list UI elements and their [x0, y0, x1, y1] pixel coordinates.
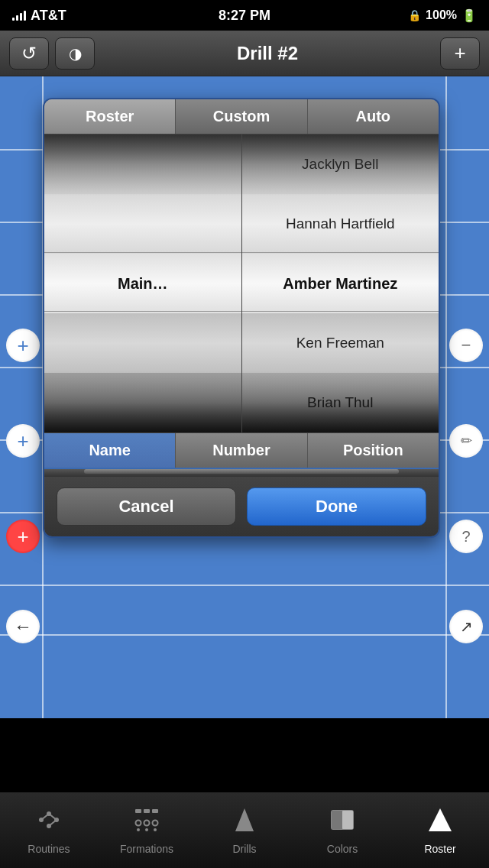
list-item[interactable]: Jacklyn Bell	[242, 134, 439, 194]
lock-icon: 🔒	[408, 9, 421, 21]
cancel-button[interactable]: Cancel	[57, 487, 236, 526]
scroll-thumb	[84, 469, 400, 474]
tab-name[interactable]: Name	[44, 433, 176, 468]
list-item-selected[interactable]: Main…	[44, 254, 241, 313]
svg-rect-18	[332, 811, 342, 829]
add-button[interactable]: +	[440, 37, 480, 70]
tab-routines-label: Routines	[28, 843, 70, 855]
plus-circle-icon: +	[17, 334, 28, 358]
arrow-left-icon: ←	[14, 616, 32, 637]
battery-label: 100%	[426, 8, 457, 22]
svg-line-5	[49, 814, 57, 820]
scroll-indicator	[44, 469, 439, 477]
plus-circle-icon-2: +	[17, 429, 28, 453]
tab-formations[interactable]: Formations	[98, 792, 196, 868]
edit-button[interactable]: ✏	[449, 424, 483, 458]
done-button[interactable]: Done	[247, 487, 426, 526]
plus-red-icon: +	[17, 525, 28, 549]
modal-actions: Cancel Done	[44, 477, 439, 536]
refresh-button[interactable]: ↺	[9, 37, 49, 70]
page-title: Drill #2	[237, 43, 298, 64]
picker-left-items: Main…	[44, 134, 241, 432]
tab-formations-label: Formations	[120, 843, 173, 855]
add-middle-button[interactable]: +	[6, 424, 40, 458]
svg-line-4	[41, 814, 49, 820]
list-item[interactable]: Hannah Hartfield	[242, 194, 439, 254]
add-bottom-button[interactable]: +	[6, 520, 40, 553]
back-button[interactable]: ←	[6, 610, 40, 643]
tab-roster-label: Roster	[424, 843, 455, 855]
roster-icon	[426, 806, 454, 840]
tab-custom[interactable]: Custom	[176, 99, 307, 134]
drills-icon	[231, 806, 258, 840]
battery-icon: 🔋	[461, 8, 477, 23]
svg-marker-20	[429, 808, 452, 831]
list-item[interactable]	[44, 373, 241, 432]
svg-rect-8	[144, 809, 150, 813]
svg-line-6	[49, 820, 57, 826]
player-picker-modal: Roster Custom Auto Main…	[43, 98, 440, 538]
question-icon: ?	[461, 528, 470, 546]
tab-drills-label: Drills	[232, 843, 256, 855]
tab-number[interactable]: Number	[176, 433, 307, 468]
tab-colors[interactable]: Colors	[293, 792, 391, 868]
colors-icon	[329, 806, 356, 840]
svg-point-13	[137, 828, 140, 831]
tab-drills[interactable]: Drills	[196, 792, 293, 868]
help-button[interactable]: ?	[449, 520, 483, 553]
picker-right-column[interactable]: Jacklyn Bell Hannah Hartfield Amber Mart…	[242, 134, 439, 432]
modal-bottom-tab-bar: Name Number Position	[44, 432, 439, 468]
routines-icon	[35, 806, 63, 840]
svg-point-12	[153, 820, 158, 825]
list-item-selected[interactable]: Amber Martinez	[242, 254, 439, 313]
refresh-icon: ↺	[21, 43, 37, 64]
share-icon: ↗	[460, 617, 473, 636]
svg-point-15	[154, 828, 157, 831]
svg-rect-19	[342, 811, 353, 829]
picker-area[interactable]: Main… Jacklyn Bell Hannah Hartfield Ambe…	[44, 134, 439, 432]
field-area: + + + − ✏ ? ← ↗ Roster Custom Auto	[0, 76, 489, 718]
svg-point-14	[145, 828, 148, 831]
tab-routines[interactable]: Routines	[0, 792, 98, 868]
svg-rect-7	[135, 809, 141, 813]
contrast-button[interactable]: ◑	[55, 37, 95, 70]
tab-auto[interactable]: Auto	[308, 99, 439, 134]
svg-point-10	[136, 820, 141, 825]
carrier-label: AT&T	[31, 8, 66, 24]
picker-right-items: Jacklyn Bell Hannah Hartfield Amber Mart…	[242, 134, 439, 432]
share-button[interactable]: ↗	[449, 610, 483, 643]
status-time: 8:27 PM	[219, 8, 270, 24]
signal-bars-icon	[12, 10, 26, 21]
list-item[interactable]	[44, 313, 241, 373]
tab-roster[interactable]: Roster	[44, 99, 176, 134]
list-item[interactable]: Ken Freeman	[242, 313, 439, 373]
contrast-icon: ◑	[69, 44, 82, 63]
pencil-icon: ✏	[461, 432, 472, 449]
add-top-button[interactable]: +	[6, 329, 40, 362]
status-right: 🔒 100% 🔋	[408, 8, 477, 23]
minus-button[interactable]: −	[449, 329, 483, 362]
picker-left-column[interactable]: Main…	[44, 134, 242, 432]
plus-icon: +	[454, 41, 465, 65]
svg-marker-16	[235, 808, 254, 831]
list-item[interactable]	[44, 194, 241, 254]
toolbar: ↺ ◑ Drill #2 +	[0, 31, 489, 76]
tab-roster[interactable]: Roster	[391, 792, 489, 868]
minus-icon: −	[461, 335, 471, 355]
bottom-tab-bar: Routines Formations Drills	[0, 792, 489, 868]
status-bar: AT&T 8:27 PM 🔒 100% 🔋	[0, 0, 489, 31]
status-left: AT&T	[12, 8, 66, 24]
svg-rect-9	[152, 809, 158, 813]
svg-point-11	[144, 820, 150, 825]
formations-icon	[133, 806, 160, 840]
modal-tab-bar: Roster Custom Auto	[44, 99, 439, 134]
list-item[interactable]	[44, 134, 241, 194]
tab-colors-label: Colors	[327, 843, 358, 855]
tab-position[interactable]: Position	[308, 433, 439, 468]
list-item[interactable]: Brian Thul	[242, 373, 439, 432]
